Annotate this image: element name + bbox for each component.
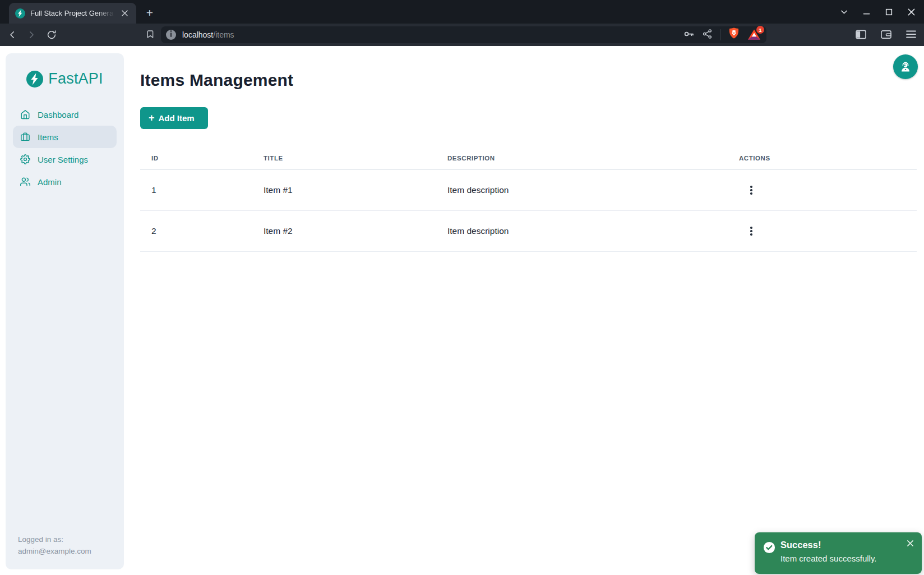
col-header-actions: ACTIONS [728,155,917,162]
minimize-icon[interactable] [859,4,874,19]
app-page: FastAPI Dashboard Items User Settings Ad… [0,46,924,575]
user-avatar-button[interactable] [893,54,918,79]
add-item-label: Add Item [159,113,195,123]
wallet-icon[interactable] [877,26,894,43]
sidebar-item-label: Admin [38,177,62,187]
address-bar[interactable]: localhost/items 1 [161,26,766,43]
sidebar-item-label: Dashboard [38,110,78,119]
rewards-badge: 1 [756,26,764,34]
cell-title: Item #1 [252,185,436,195]
bookmark-icon[interactable] [143,27,158,42]
fastapi-favicon-icon [15,8,25,19]
logged-in-info: Logged in as: admin@example.com [18,533,91,557]
briefcase-icon [20,132,30,142]
items-table: ID TITLE DESCRIPTION ACTIONS 1 Item #1 I… [140,146,917,252]
reload-icon[interactable] [43,26,60,43]
url-text[interactable]: localhost/items [182,30,234,39]
divider [720,29,720,40]
sidebar-item-label: Items [38,132,58,142]
url-host: localhost [182,30,213,39]
home-icon [20,109,30,119]
cell-id: 2 [140,226,252,236]
sidebar: FastAPI Dashboard Items User Settings Ad… [6,53,124,569]
row-actions-kebab-icon[interactable] [745,182,758,199]
sidebar-toggle-icon[interactable] [852,26,869,43]
key-icon[interactable] [683,28,695,42]
add-item-button[interactable]: + Add Item [140,107,208,129]
cell-description: Item description [436,185,728,195]
brave-rewards-icon[interactable]: 1 [747,28,761,42]
menu-icon[interactable] [903,26,920,43]
close-window-icon[interactable] [904,4,918,19]
back-icon[interactable] [4,26,21,43]
tab-close-icon[interactable] [119,8,130,19]
sidebar-item-admin[interactable]: Admin [13,171,117,193]
plus-icon: + [149,113,155,123]
sidebar-item-user-settings[interactable]: User Settings [13,148,117,171]
check-circle-icon [763,541,775,556]
table-row: 1 Item #1 Item description [140,170,917,211]
logged-in-label: Logged in as: [18,533,91,545]
col-header-title: TITLE [252,155,436,162]
logged-in-email: admin@example.com [18,545,91,557]
users-icon [20,177,30,187]
brave-shield-icon[interactable] [728,27,740,43]
app-logo: FastAPI [6,70,124,88]
main-content: Items Management + Add Item ID TITLE DES… [140,46,917,575]
toast-title: Success! [780,540,821,550]
forward-icon[interactable] [23,26,40,43]
gear-icon [20,154,30,164]
col-header-description: DESCRIPTION [436,155,728,162]
app-logo-text: FastAPI [48,70,103,88]
sidebar-nav: Dashboard Items User Settings Admin [6,103,124,193]
table-row: 2 Item #2 Item description [140,211,917,252]
share-icon[interactable] [702,29,713,42]
success-toast: Success! Item created successfully. [755,532,922,574]
cell-title: Item #2 [252,226,436,236]
tab-title: Full Stack Project Genera [30,9,114,17]
new-tab-button[interactable]: + [142,5,158,21]
cell-id: 1 [140,185,252,195]
sidebar-item-items[interactable]: Items [13,126,117,148]
maximize-icon[interactable] [881,4,896,19]
sidebar-item-label: User Settings [38,155,88,164]
fastapi-bolt-icon [26,71,43,88]
tab-strip: Full Stack Project Genera + [0,0,924,24]
tab-search-icon[interactable] [837,4,851,19]
site-info-icon[interactable] [166,30,176,40]
cell-description: Item description [436,226,728,236]
url-path: /items [213,30,234,39]
table-header-row: ID TITLE DESCRIPTION ACTIONS [140,146,917,170]
toast-message: Item created successfully. [780,554,876,563]
support-agent-icon [898,59,913,74]
col-header-id: ID [140,155,252,162]
sidebar-item-dashboard[interactable]: Dashboard [13,103,117,126]
page-title: Items Management [140,71,917,90]
row-actions-kebab-icon[interactable] [745,223,758,240]
toast-close-icon[interactable] [904,537,916,549]
browser-tab[interactable]: Full Stack Project Genera [9,3,136,24]
